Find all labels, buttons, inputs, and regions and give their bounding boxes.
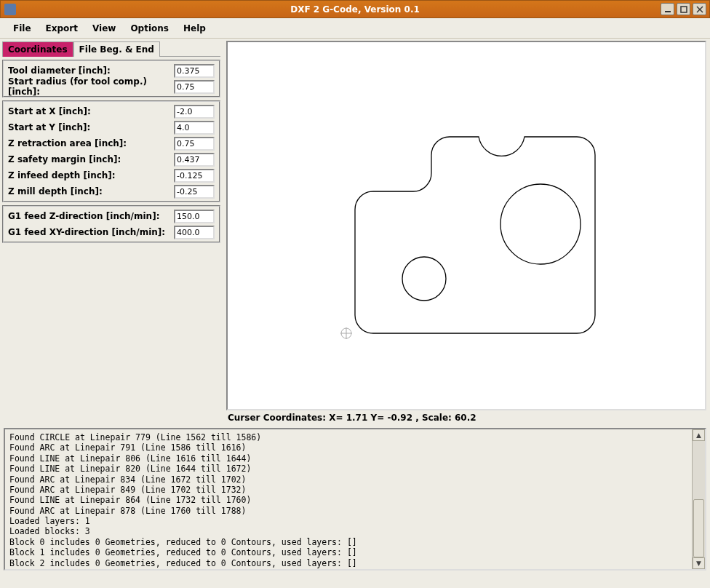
- input-tool-diameter[interactable]: [174, 64, 215, 78]
- tab-coordinates[interactable]: Coordinates: [2, 41, 73, 57]
- svg-rect-1: [681, 7, 687, 12]
- panel-position: Start at X [inch]: Start at Y [inch]: Z …: [2, 100, 220, 202]
- input-feed-z[interactable]: [174, 210, 215, 223]
- app-icon: [4, 4, 16, 15]
- svg-point-5: [402, 257, 446, 301]
- scroll-down-button[interactable]: ▼: [693, 557, 705, 569]
- label-z-mill: Z mill depth [inch]:: [8, 186, 174, 196]
- input-feed-xy[interactable]: [174, 226, 215, 239]
- window-title: DXF 2 G-Code, Version 0.1: [1, 4, 709, 15]
- sidebar: Coordinates File Beg. & End Tool diamete…: [0, 39, 223, 424]
- input-z-mill[interactable]: [174, 185, 215, 199]
- label-start-x: Start at X [inch]:: [8, 106, 174, 116]
- input-start-radius[interactable]: [174, 80, 215, 94]
- maximize-button[interactable]: [677, 3, 690, 15]
- label-tool-diameter: Tool diameter [inch]:: [8, 65, 174, 76]
- tab-file-beg-end[interactable]: File Beg. & End: [73, 41, 160, 57]
- input-z-infeed[interactable]: [174, 169, 215, 183]
- menu-file[interactable]: File: [6, 20, 39, 36]
- menu-help[interactable]: Help: [176, 20, 213, 36]
- svg-point-4: [500, 184, 581, 264]
- origin-marker-icon: [340, 327, 352, 339]
- cursor-coordinates: Curser Coordinates: X= 1.71 Y= -0.92 , S…: [226, 410, 706, 424]
- input-z-retraction[interactable]: [174, 137, 215, 151]
- log-output: Found CIRCLE at Linepair 779 (Line 1562 …: [5, 429, 692, 569]
- close-button[interactable]: [693, 3, 706, 15]
- input-start-x[interactable]: [174, 105, 215, 119]
- menu-options[interactable]: Options: [123, 20, 176, 36]
- panel-feed: G1 feed Z-direction [inch/min]: G1 feed …: [2, 205, 220, 243]
- panel-tool: Tool diameter [inch]: Start radius (for …: [2, 60, 220, 98]
- menu-bar: File Export View Options Help: [0, 18, 710, 39]
- label-feed-xy: G1 feed XY-direction [inch/min]:: [8, 227, 174, 237]
- scroll-up-button[interactable]: ▲: [693, 429, 705, 441]
- input-z-safety[interactable]: [174, 153, 215, 167]
- label-start-y: Start at Y [inch]:: [8, 122, 174, 132]
- label-z-retraction: Z retraction area [inch]:: [8, 138, 174, 148]
- input-start-y[interactable]: [174, 121, 215, 135]
- window-titlebar: DXF 2 G-Code, Version 0.1: [0, 0, 710, 18]
- drawing-canvas[interactable]: [226, 41, 706, 410]
- minimize-button[interactable]: [661, 3, 674, 15]
- label-z-infeed: Z infeed depth [inch]:: [8, 170, 174, 180]
- label-feed-z: G1 feed Z-direction [inch/min]:: [8, 211, 174, 221]
- menu-export[interactable]: Export: [39, 20, 85, 36]
- log-scrollbar[interactable]: ▲ ▼: [692, 429, 705, 569]
- label-z-safety: Z safety margin [inch]:: [8, 154, 174, 164]
- label-start-radius: Start radius (for tool comp.) [inch]:: [8, 76, 174, 97]
- menu-view[interactable]: View: [85, 20, 123, 36]
- scroll-thumb[interactable]: [693, 499, 704, 557]
- drawing-svg: [228, 42, 705, 406]
